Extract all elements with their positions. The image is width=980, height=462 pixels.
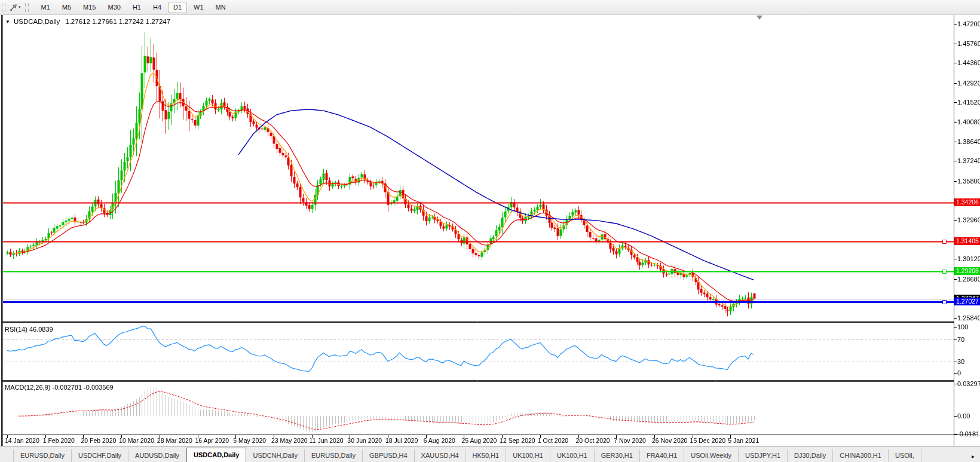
rsi-axis-tick: 0 — [957, 369, 961, 377]
price-axis-tick: 1.30120 — [957, 255, 980, 262]
tf-button-H4[interactable]: H4 — [148, 2, 167, 13]
time-axis-label: 1 Oct 2020 — [538, 437, 568, 444]
chart-symbol-period: USDCAD,Daily — [14, 18, 60, 25]
price-axis-tick: 1.41520 — [957, 99, 980, 106]
price-axis-tick: 1.35800 — [957, 178, 980, 185]
tool-dropdown-arrow[interactable]: ▾ — [19, 5, 21, 10]
price-axis-tick: 1.32960 — [957, 216, 980, 224]
time-axis-label: 5 Jan 2021 — [728, 437, 759, 444]
toolbar-separator — [25, 3, 29, 12]
chart-tab-0[interactable]: EURUSD,Daily — [13, 449, 72, 462]
price-axis-tick: 1.38640 — [957, 138, 980, 145]
time-axis-label: 7 Nov 2020 — [614, 437, 646, 444]
mt4-terminal: ▾ M1M5M15M30H1H4D1W1MN ▼USDCAD,Daily1.27… — [0, 0, 980, 462]
tf-button-MN[interactable]: MN — [210, 2, 231, 13]
crosshair-glyph — [10, 4, 17, 11]
rsi-indicator-label: RSI(14) 46.0839 — [5, 326, 53, 333]
price-axis-tick: 1.42920 — [957, 79, 980, 87]
chart-tab-10[interactable]: UK100,H1 — [550, 449, 595, 462]
chart-tab-7[interactable]: XAUUSD,H4 — [415, 449, 466, 462]
chart-tab-1[interactable]: USDCHF,Daily — [72, 449, 128, 462]
time-axis-label: 10 Mar 2020 — [119, 437, 154, 444]
chart-tab-9[interactable]: UK100,H1 — [506, 449, 550, 462]
chart-tab-4[interactable]: USDCNH,Daily — [246, 449, 305, 462]
time-axis-label: 15 Dec 2020 — [690, 437, 726, 444]
chart-tab-16[interactable]: CHINA300,H1 — [833, 449, 889, 462]
tf-button-W1[interactable]: W1 — [188, 2, 209, 13]
rsi-axis-tick: 100 — [957, 323, 968, 331]
chart-tabs: EURUSD,DailyUSDCHF,DailyAUDUSD,DailyUSDC… — [0, 448, 921, 462]
price-axis-tick: 1.44360 — [957, 59, 980, 66]
chart-tab-12[interactable]: FRA40,H1 — [640, 449, 684, 462]
chart-tab-14[interactable]: USDJPY,H1 — [739, 449, 788, 462]
tf-button-M30[interactable]: M30 — [102, 2, 125, 13]
price-axis-tick: 1.37240 — [957, 157, 980, 164]
chart-tab-8[interactable]: HK50,H1 — [466, 449, 507, 462]
chart-tab-17[interactable]: USOil, — [889, 449, 921, 462]
tf-button-M5[interactable]: M5 — [57, 2, 76, 13]
hline-price-label[interactable]: 1.31405 — [954, 237, 980, 245]
hline-price-label[interactable]: 1.34206 — [954, 198, 980, 206]
price-axis-tick: 1.47200 — [957, 20, 980, 27]
time-axis-label: 23 May 2020 — [271, 437, 308, 444]
price-axis-tick: 1.45760 — [957, 40, 980, 47]
crosshair-tool-icon[interactable] — [8, 2, 18, 12]
toolbar-grip[interactable] — [2, 3, 5, 12]
time-axis-label: 6 Aug 2020 — [424, 437, 455, 444]
chart-menu-icon[interactable]: ▼ — [5, 19, 10, 25]
chart-tab-13[interactable]: USOil,Weekly — [684, 449, 739, 462]
time-axis-label: 1 Feb 2020 — [43, 437, 75, 444]
time-axis-label: 26 Nov 2020 — [652, 437, 688, 444]
price-axis-tick: 1.25840 — [957, 314, 980, 322]
timeframes-toolbar: ▾ M1M5M15M30H1H4D1W1MN — [0, 0, 980, 15]
timeframe-buttons: M1M5M15M30H1H4D1W1MN — [35, 2, 232, 13]
hline-price-label[interactable]: 1.29208 — [954, 267, 980, 275]
chart-tab-5[interactable]: EURUSD,Daily — [305, 449, 363, 462]
chart-tab-2[interactable]: AUDUSD,Daily — [128, 449, 186, 462]
chart-tabs-bar: EURUSD,DailyUSDCHF,DailyAUDUSD,DailyUSDC… — [0, 446, 980, 462]
chart-tab-6[interactable]: GBPUSD,H4 — [363, 449, 415, 462]
rsi-axis-tick: 70 — [957, 336, 964, 343]
time-axis-label: 28 Mar 2020 — [157, 437, 192, 444]
chart-tab-11[interactable]: GER30,H1 — [595, 449, 640, 462]
chart-canvas[interactable] — [0, 0, 980, 462]
chart-tab-3[interactable]: USDCAD,Daily — [186, 448, 246, 462]
tf-button-D1[interactable]: D1 — [168, 2, 187, 13]
time-axis-label: 20 Oct 2020 — [576, 437, 610, 444]
chart-ohlc-values: 1.27612 1.27661 1.27242 1.27247 — [65, 18, 170, 25]
time-axis-label: 25 Aug 2020 — [461, 437, 497, 444]
chart-tab-15[interactable]: DJ30,Daily — [788, 449, 833, 462]
tf-button-M1[interactable]: M1 — [36, 2, 56, 13]
rsi-axis-tick: 30 — [957, 358, 964, 365]
price-axis-tick: 1.28680 — [957, 276, 980, 283]
macd-axis-tick: 0.032972 — [957, 380, 980, 387]
macd-indicator-label: MACD(12,26,9) -0.002781 -0.003569 — [5, 384, 114, 391]
tab-scroll-right-button[interactable]: ▸ — [969, 453, 980, 462]
price-axis-tick: 1.40080 — [957, 118, 980, 126]
time-axis-label: 11 Jun 2020 — [310, 437, 344, 444]
time-axis-label: 16 Apr 2020 — [195, 437, 229, 444]
tf-button-H1[interactable]: H1 — [127, 2, 146, 13]
macd-axis-tick: -0.018154 — [957, 430, 980, 437]
time-axis-label: 12 Sep 2020 — [500, 437, 535, 444]
time-axis-label: 18 Jul 2020 — [385, 437, 418, 444]
time-axis-label: 5 May 2020 — [233, 437, 266, 444]
macd-axis-tick: 0.00 — [957, 412, 970, 420]
tf-button-M15[interactable]: M15 — [78, 2, 101, 13]
hline-price-label[interactable]: 1.27027 — [954, 298, 980, 305]
time-axis-label: 14 Jan 2020 — [5, 437, 39, 444]
time-axis-label: 30 Jun 2020 — [347, 437, 382, 444]
chart-title: ▼USDCAD,Daily1.27612 1.27661 1.27242 1.2… — [5, 18, 170, 25]
time-axis-label: 20 Feb 2020 — [81, 437, 116, 444]
